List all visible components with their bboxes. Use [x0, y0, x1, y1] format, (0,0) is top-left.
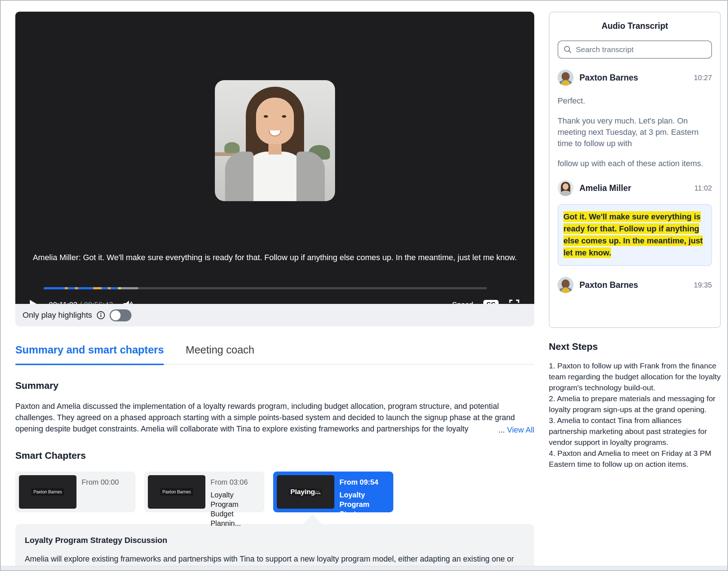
next-step-item: 3. Amelia to contact Tina from alliances… [549, 415, 721, 448]
speaker-video-frame [215, 80, 335, 201]
entry-timestamp[interactable]: 10:27 [694, 74, 712, 82]
chapter-thumbnail: Paxton Barnes Playing... [277, 475, 334, 509]
summary-ellipsis: ... [498, 426, 505, 434]
entry-timestamp[interactable]: 11:02 [694, 184, 712, 192]
summary-body: Paxton and Amelia discussed the implemen… [15, 401, 534, 435]
next-step-item: 1. Paxton to follow up with Frank from t… [549, 360, 721, 393]
next-steps-list: 1. Paxton to follow up with Frank from t… [549, 360, 721, 470]
tab-meeting-coach[interactable]: Meeting coach [186, 344, 255, 364]
avatar-paxton-barnes [558, 277, 574, 293]
transcript-entry[interactable]: Paxton Barnes 10:27 Perfect. Thank you v… [558, 70, 712, 169]
chapter-start-time: From 03:06 [210, 478, 261, 486]
transcript-entry-active[interactable]: Amelia Miller 11:02 Got it. We'll make s… [558, 180, 712, 266]
view-all-link[interactable]: View All [507, 426, 534, 434]
transcript-paragraph: Thank you very much. Let's plan. On meet… [558, 115, 712, 149]
audio-transcript-panel: Audio Transcript Paxton Barnes 10:27 Per… [549, 12, 721, 328]
toggle-knob [111, 310, 121, 320]
video-progress-bar[interactable] [44, 287, 487, 289]
chapter-card-3-active[interactable]: Paxton Barnes Playing... From 09:54 Loya… [273, 472, 393, 512]
speaker-name: Paxton Barnes [579, 73, 694, 83]
speaker-face [256, 98, 294, 144]
active-transcript-bubble: Got it. We'll make sure everything is re… [558, 204, 712, 266]
main-column: Amelia Miller: Got it. We'll make sure e… [15, 12, 534, 571]
speaker-eye [264, 115, 268, 118]
chapter-title: Loyalty Program Budget Plannin... [210, 490, 261, 528]
tab-bar: Summary and smart chapters Meeting coach [15, 344, 534, 365]
avatar-paxton-barnes [558, 70, 574, 86]
next-steps-section: Next Steps 1. Paxton to follow up with F… [549, 341, 721, 470]
chapter-start-time: From 00:00 [82, 478, 133, 486]
audio-transcript-title: Audio Transcript [558, 21, 712, 31]
current-time: 00:11:02 [49, 301, 78, 304]
time-display: 00:11:02 / 00:56:43 [49, 301, 113, 304]
chapter-thumbnail: Paxton Barnes [148, 475, 205, 509]
chapter-detail-box: Loyalty Program Strategy Discussion Amel… [15, 524, 534, 571]
tab-summary-and-smart-chapters[interactable]: Summary and smart chapters [15, 344, 164, 364]
player-controls: 00:11:02 / 00:56:43 Speed CC [30, 297, 520, 304]
closed-captions-button[interactable]: CC [483, 300, 499, 304]
video-caption: Amelia Miller: Got it. We'll make sure e… [26, 252, 523, 263]
transcript-entry[interactable]: Paxton Barnes 19:35 [558, 277, 712, 293]
thumbnail-speaker-label: Paxton Barnes [160, 488, 193, 496]
playing-indicator: Playing... [277, 488, 334, 496]
speaker-cardigan [296, 152, 325, 201]
speed-button[interactable]: Speed [452, 301, 473, 304]
only-play-highlights-toggle[interactable] [110, 309, 131, 321]
info-icon[interactable] [97, 311, 105, 320]
speaker-name: Paxton Barnes [579, 280, 694, 290]
chapters-row: Paxton Barnes From 00:00 Paxton Barnes F… [15, 472, 534, 512]
thumbnail-speaker-label: Paxton Barnes [31, 488, 64, 496]
search-icon [563, 45, 572, 54]
chapter-thumbnail: Paxton Barnes [19, 475, 76, 509]
video-player[interactable]: Amelia Miller: Got it. We'll make sure e… [15, 12, 534, 304]
smart-chapters-heading: Smart Chapters [15, 450, 534, 461]
transcript-search-box[interactable] [558, 40, 712, 59]
fullscreen-button[interactable] [509, 299, 520, 304]
search-input[interactable] [576, 45, 706, 54]
background-plant [224, 142, 240, 153]
chapter-start-time: From 09:54 [339, 478, 390, 486]
duration: 00:56:43 [84, 301, 113, 304]
chapter-detail-title: Loyalty Program Strategy Discussion [25, 536, 525, 545]
chapter-title: Loyalty Program Strategy... [339, 490, 390, 519]
speaker-cardigan [225, 152, 253, 201]
progress-fill [44, 287, 118, 289]
active-chapter-caret [303, 515, 322, 524]
chapter-card-1[interactable]: Paxton Barnes From 00:00 [15, 472, 135, 512]
highlighted-transcript-text: Got it. We'll make sure everything is re… [563, 211, 703, 258]
only-play-highlights-label: Only play highlights [23, 310, 92, 320]
avatar-amelia-miller [558, 180, 574, 196]
play-button[interactable] [30, 300, 38, 304]
next-step-item: 2. Amelia to prepare materials and messa… [549, 393, 721, 415]
summary-heading: Summary [15, 380, 534, 391]
speaker-name: Amelia Miller [579, 183, 694, 193]
summary-text: Paxton and Amelia discussed the implemen… [15, 401, 523, 435]
bottom-edge-strip [1, 566, 727, 570]
next-step-item: 4. Paxton and Amelia to meet on Friday a… [549, 448, 721, 470]
entry-timestamp[interactable]: 19:35 [694, 281, 712, 289]
transcript-paragraph: follow up with each of these action item… [558, 158, 712, 169]
speaker-eye [282, 115, 286, 118]
chapter-card-2[interactable]: Paxton Barnes From 03:06 Loyalty Program… [144, 472, 264, 512]
next-steps-heading: Next Steps [549, 341, 721, 352]
transcript-paragraph: Perfect. [558, 95, 712, 106]
volume-icon[interactable] [123, 300, 134, 304]
highlights-bar: Only play highlights [15, 304, 534, 326]
